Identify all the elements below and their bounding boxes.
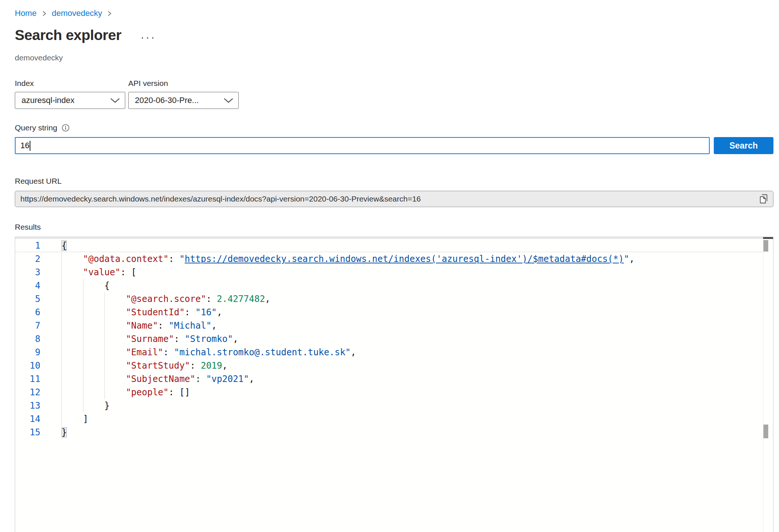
request-url-box[interactable]: https://demovedecky.search.windows.net/i… — [15, 191, 773, 207]
editor-line: 8 "Surname": "Stromko", — [15, 332, 773, 346]
search-button[interactable]: Search — [714, 137, 773, 154]
indent-guide — [105, 332, 105, 346]
code-line[interactable]: "Surname": "Stromko", — [40, 332, 773, 346]
line-number: 10 — [15, 359, 40, 372]
index-dropdown[interactable]: azuresql-index — [15, 92, 125, 109]
indent-guide — [83, 372, 83, 386]
line-number: 3 — [15, 266, 40, 279]
indent-guide — [62, 412, 62, 426]
api-version-dropdown-value: 2020-06-30-Pre... — [135, 96, 199, 105]
api-version-field: API version 2020-06-30-Pre... — [128, 79, 239, 109]
index-label: Index — [15, 79, 125, 88]
editor-line: 3 "value": [ — [15, 266, 773, 279]
indent-guide — [83, 279, 83, 292]
query-string-value: 16 — [20, 141, 29, 150]
code-line[interactable]: "Email": "michal.stromko@.student.tuke.s… — [40, 346, 773, 359]
editor-line: 13 } — [15, 399, 773, 412]
query-string-label: Query string — [15, 123, 57, 132]
code-line[interactable]: } — [40, 399, 773, 412]
indent-guide — [83, 292, 83, 306]
line-number: 14 — [15, 412, 40, 426]
odata-context-link[interactable]: https://demovedecky.search.windows.net/i… — [185, 254, 624, 264]
selectors-row: Index azuresql-index API version 2020-06… — [15, 79, 779, 109]
line-number: 8 — [15, 332, 40, 346]
editor-line: 4 { — [15, 279, 773, 292]
indent-guide — [62, 319, 62, 332]
line-number: 11 — [15, 372, 40, 386]
indent-guide — [62, 332, 62, 346]
indent-guide — [62, 279, 62, 292]
code-line[interactable]: "StudentId": "16", — [40, 306, 773, 319]
info-icon[interactable] — [62, 124, 70, 132]
code-line[interactable]: "Name": "Michal", — [40, 319, 773, 332]
line-number: 6 — [15, 306, 40, 319]
code-line[interactable]: "people": [] — [40, 386, 773, 399]
indent-guide — [62, 266, 62, 279]
request-url-value: https://demovedecky.search.windows.net/i… — [20, 194, 759, 203]
indent-guide — [105, 386, 105, 399]
code-line[interactable]: { — [40, 279, 773, 292]
line-number: 1 — [15, 239, 40, 252]
overview-bracket-mark — [763, 240, 768, 252]
code-line[interactable]: "SubjectName": "vp2021", — [40, 372, 773, 386]
line-number: 9 — [15, 346, 40, 359]
indent-guide — [105, 319, 105, 332]
results-label: Results — [15, 223, 779, 232]
indent-guide — [105, 292, 105, 306]
code-line[interactable]: "@odata.context": "https://demovedecky.s… — [40, 252, 773, 266]
index-dropdown-value: azuresql-index — [21, 96, 74, 105]
editor-lines: 1{2 "@odata.context": "https://demovedec… — [15, 239, 773, 439]
chevron-right-icon — [107, 10, 112, 17]
api-version-label: API version — [128, 79, 239, 88]
editor-line: 7 "Name": "Michal", — [15, 319, 773, 332]
line-number: 12 — [15, 386, 40, 399]
code-line[interactable]: } — [40, 426, 773, 439]
overview-bracket-mark — [763, 425, 768, 438]
copy-icon — [759, 193, 769, 205]
editor-line: 12 "people": [] — [15, 386, 773, 399]
page-title: Search explorer — [15, 28, 121, 43]
indent-guide — [83, 359, 83, 372]
indent-guide — [62, 292, 62, 306]
editor-line: 2 "@odata.context": "https://demovedecky… — [15, 252, 773, 266]
editor-line: 1{ — [15, 239, 773, 252]
indent-guide — [105, 346, 105, 359]
code-line[interactable]: "StartStudy": 2019, — [40, 359, 773, 372]
code-line[interactable]: { — [40, 239, 773, 252]
editor-overview-ruler[interactable] — [763, 239, 773, 532]
editor-line: 9 "Email": "michal.stromko@.student.tuke… — [15, 346, 773, 359]
line-number: 4 — [15, 279, 40, 292]
line-number: 2 — [15, 252, 40, 266]
editor-line: 11 "SubjectName": "vp2021", — [15, 372, 773, 386]
line-number: 5 — [15, 292, 40, 306]
more-actions-button[interactable]: ··· — [140, 34, 156, 40]
request-url-label: Request URL — [15, 177, 779, 186]
page-subtitle: demovedecky — [15, 54, 779, 62]
chevron-down-icon — [110, 98, 120, 103]
code-line[interactable]: ] — [40, 412, 773, 426]
api-version-dropdown[interactable]: 2020-06-30-Pre... — [128, 92, 239, 109]
chevron-right-icon — [42, 10, 47, 17]
chevron-down-icon — [223, 98, 233, 103]
breadcrumb: Home demovedecky — [15, 9, 779, 18]
indent-guide — [62, 399, 62, 412]
code-line[interactable]: "@search.score": 2.4277482, — [40, 292, 773, 306]
query-string-input[interactable]: 16 — [15, 137, 710, 154]
indent-guide — [62, 386, 62, 399]
indent-guide — [83, 386, 83, 399]
copy-button[interactable] — [759, 193, 769, 205]
editor-line: 10 "StartStudy": 2019, — [15, 359, 773, 372]
indent-guide — [83, 399, 83, 412]
indent-guide — [105, 306, 105, 319]
indent-guide — [62, 306, 62, 319]
editor-line: 15} — [15, 426, 773, 439]
indent-guide — [62, 372, 62, 386]
indent-guide — [83, 346, 83, 359]
indent-guide — [83, 306, 83, 319]
editor-line: 6 "StudentId": "16", — [15, 306, 773, 319]
indent-guide — [62, 252, 62, 266]
results-json-editor[interactable]: 1{2 "@odata.context": "https://demovedec… — [15, 237, 773, 532]
breadcrumb-home-link[interactable]: Home — [15, 9, 37, 18]
breadcrumb-service-link[interactable]: demovedecky — [52, 9, 102, 18]
code-line[interactable]: "value": [ — [40, 266, 773, 279]
